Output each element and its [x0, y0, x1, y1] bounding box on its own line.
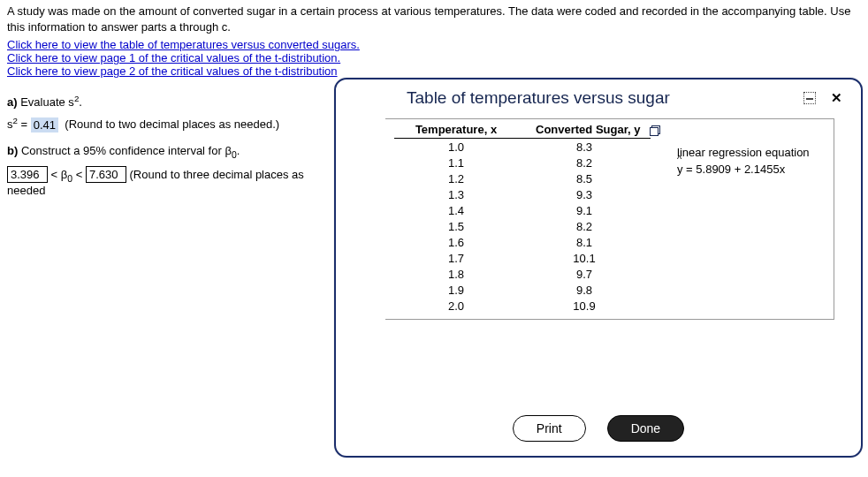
cell-x: 1.1 — [394, 155, 518, 170]
minimize-icon[interactable] — [801, 89, 819, 107]
reference-links: Click here to view the table of temperat… — [0, 36, 868, 83]
part-a-answer-line: s2 = 0.41 (Round to two decimal places a… — [7, 116, 320, 131]
cell-y: 9.1 — [518, 202, 651, 218]
cell-x: 2.0 — [394, 298, 518, 314]
part-a-label: a) — [7, 95, 20, 109]
y-hat: y — [677, 163, 683, 176]
part-a-text: Evaluate s — [20, 95, 74, 109]
cell-y: 8.1 — [518, 234, 651, 250]
link-tdist-page2[interactable]: Click here to view page 2 of the critica… — [7, 64, 338, 78]
cell-x: 1.0 — [394, 139, 518, 155]
part-a-answer[interactable]: 0.41 — [31, 117, 58, 132]
data-table: Temperature, x 1.01.11.21.31.41.51.61.71… — [385, 118, 834, 320]
cell-y: 9.8 — [518, 282, 651, 298]
ci-upper-input[interactable]: 7.630 — [86, 166, 126, 183]
data-table-modal: Table of temperatures versus sugar ✕ Tem… — [334, 78, 863, 458]
cell-y: 8.5 — [518, 170, 651, 186]
beta-lt-right: < — [72, 168, 86, 181]
cell-y: 8.2 — [518, 218, 651, 234]
part-a-prompt: a) Evaluate s2. — [7, 94, 320, 109]
cell-y: 10.1 — [518, 250, 651, 266]
part-b-answer-line: 3.396 < β0 < 7.630 (Round to three decim… — [7, 166, 320, 197]
cell-y: 8.2 — [518, 155, 651, 170]
copy-table-icon[interactable] — [649, 125, 661, 136]
part-b-label: b) — [7, 144, 21, 157]
cell-x: 1.5 — [394, 218, 518, 234]
close-icon[interactable]: ✕ — [827, 89, 845, 107]
ci-lower-input[interactable]: 3.396 — [7, 166, 48, 183]
cell-x: 1.7 — [394, 250, 518, 266]
regression-equation: = 5.8909 + 2.1455x — [683, 163, 786, 176]
part-a-hint: (Round to two decimal places as needed.) — [65, 118, 279, 132]
done-button[interactable]: Done — [607, 415, 684, 442]
col-header-y: Converted Sugar, y — [518, 121, 651, 139]
cell-x: 1.6 — [394, 234, 518, 250]
cell-y: 9.7 — [518, 266, 651, 282]
cell-x: 1.3 — [394, 186, 518, 202]
equals-sign: = — [18, 118, 31, 132]
print-button[interactable]: Print — [513, 415, 586, 442]
col-header-y-text: Converted Sugar, y — [536, 123, 640, 136]
part-b-text: Construct a 95% confidence interval for … — [21, 144, 232, 157]
cell-x: 1.4 — [394, 202, 518, 218]
cell-y: 8.3 — [518, 139, 651, 155]
part-b-prompt: b) Construct a 95% confidence interval f… — [7, 144, 320, 160]
problem-intro: A study was made on the amount of conver… — [0, 0, 868, 36]
link-table[interactable]: Click here to view the table of temperat… — [7, 38, 360, 51]
cell-y: 9.3 — [518, 186, 651, 202]
cell-x: 1.8 — [394, 266, 518, 282]
cell-y: 10.9 — [518, 298, 651, 314]
link-tdist-page1[interactable]: Click here to view page 1 of the critica… — [7, 51, 340, 64]
cell-x: 1.9 — [394, 282, 518, 298]
cell-x: 1.2 — [394, 170, 518, 186]
modal-title: Table of temperatures versus sugar — [407, 88, 670, 108]
regression-info: linear regression equation y = 5.8909 + … — [651, 121, 810, 314]
col-header-x: Temperature, x — [394, 121, 518, 139]
regression-label: linear regression equation — [677, 146, 810, 159]
beta-lt-left: < β — [48, 168, 67, 181]
